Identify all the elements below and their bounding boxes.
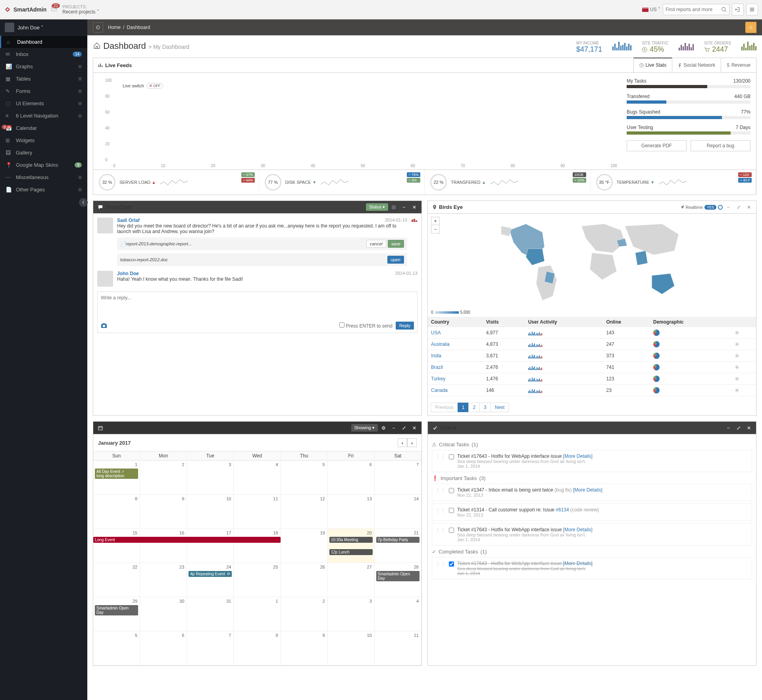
enter-checkbox[interactable] — [339, 322, 344, 328]
logout-button[interactable] — [732, 4, 744, 15]
cal-cell[interactable]: 244p Repeating Event⟳ — [187, 563, 234, 597]
locale-switcher[interactable]: US ˅ — [642, 7, 660, 12]
cal-cell[interactable]: 2010:30a Meeting12p Lunch — [328, 529, 375, 563]
drag-handle[interactable]: ⋮⋮ — [435, 561, 446, 567]
map-close-btn[interactable]: ✕ — [744, 202, 754, 212]
activity-button[interactable]: 21 — [51, 6, 57, 13]
cal-cell[interactable]: 174p Repeating Event⟳ — [187, 529, 234, 563]
cal-cell[interactable]: 8 — [234, 631, 281, 665]
calendar-event[interactable]: Smartadmin Open Day — [376, 571, 419, 581]
cancel-button[interactable]: cancel — [366, 240, 386, 248]
cal-cell[interactable]: 28Smartadmin Open Day — [375, 563, 421, 597]
cal-cell[interactable]: 7 — [375, 461, 421, 495]
sidebar-item-google-map-skins[interactable]: 📍Google Map Skins9 — [0, 159, 87, 171]
sidebar-item-widgets[interactable]: ⊞Widgets — [0, 134, 87, 147]
chat-author[interactable]: John Doe — [117, 271, 418, 276]
cal-cell[interactable]: 7 — [187, 631, 234, 665]
calendar-event[interactable]: Smartadmin Open Day — [95, 605, 138, 615]
sidebar-item-dashboard[interactable]: ⌂Dashboard — [0, 36, 87, 48]
todo-checkbox[interactable] — [449, 561, 454, 567]
chat-color-btn[interactable] — [389, 202, 398, 212]
cal-cell[interactable]: 11 — [234, 495, 281, 529]
calendar-event[interactable]: 7p Birthday Party — [376, 537, 419, 543]
settings-button[interactable] — [745, 22, 756, 33]
cal-cell[interactable]: 4 — [375, 597, 421, 631]
cal-cell[interactable]: 12 — [281, 495, 328, 529]
cal-settings-btn[interactable]: ⚙ — [379, 423, 388, 433]
page-2[interactable]: 2 — [468, 403, 480, 412]
gear-icon[interactable] — [735, 388, 739, 393]
sidebar-item-calendar[interactable]: 3📅Calendar — [0, 122, 87, 134]
tab-livestats[interactable]: Live Stats — [633, 58, 672, 72]
map-min-btn[interactable]: − — [724, 202, 733, 212]
cal-cell[interactable]: 31 — [187, 597, 234, 631]
calendar-event[interactable]: 12p Lunch — [329, 549, 373, 555]
cal-cell[interactable]: 1 — [234, 597, 281, 631]
cal-cell[interactable]: 14 — [375, 495, 421, 529]
cal-cell[interactable]: 10 — [328, 631, 375, 665]
sidebar-item-graphs[interactable]: 📊Graphs⊞ — [0, 60, 87, 73]
drag-handle[interactable]: ⋮⋮ — [435, 453, 446, 459]
chat-status[interactable]: Status ▾ — [366, 203, 388, 211]
breadcrumb-home[interactable]: Home — [108, 25, 121, 30]
todos-full-btn[interactable]: ⤢ — [734, 423, 743, 433]
sidebar-item-forms[interactable]: ✎Forms⊞ — [0, 85, 87, 97]
cal-cell[interactable]: 16 — [140, 529, 187, 563]
cal-cell[interactable]: 30 — [140, 597, 187, 631]
search-input[interactable] — [666, 7, 721, 12]
more-details-link[interactable]: [More Details] — [563, 561, 593, 566]
page-1[interactable]: 1 — [458, 403, 469, 412]
refresh-button[interactable] — [93, 22, 103, 33]
event-long[interactable]: Long Event — [93, 537, 279, 543]
cal-cell[interactable]: 9 — [281, 631, 328, 665]
user-info[interactable]: John Doe ˅ — [0, 19, 87, 36]
cal-close-btn[interactable]: ✕ — [410, 423, 419, 433]
country-link[interactable]: Turkey — [431, 376, 445, 382]
todo-checkbox[interactable] — [449, 528, 454, 533]
live-switch[interactable]: Live switch ✕ OFF — [123, 83, 163, 89]
todos-min-btn[interactable]: − — [724, 423, 733, 433]
chat-close-btn[interactable]: ✕ — [410, 202, 419, 212]
zoom-out[interactable]: − — [431, 225, 439, 233]
cal-cell[interactable]: 10 — [187, 495, 234, 529]
todos-close-btn[interactable]: ✕ — [744, 423, 754, 433]
gear-icon[interactable] — [735, 376, 739, 381]
cal-full-btn[interactable]: ⤢ — [399, 423, 409, 433]
todo-checkbox[interactable] — [449, 454, 454, 459]
sidebar-item-inbox[interactable]: ✉Inbox14 — [0, 48, 87, 60]
todo-link[interactable]: #6134 — [556, 507, 569, 513]
drag-handle[interactable]: ⋮⋮ — [435, 527, 446, 533]
cal-cell[interactable]: 3 — [187, 461, 234, 495]
cal-next[interactable]: › — [407, 438, 417, 447]
cal-min-btn[interactable]: − — [389, 423, 398, 433]
open-button[interactable]: open — [387, 256, 404, 264]
drag-handle[interactable]: ⋮⋮ — [435, 507, 446, 513]
search-icon[interactable] — [721, 7, 727, 12]
reply-input[interactable] — [101, 295, 414, 317]
page-next[interactable]: Next — [491, 403, 509, 412]
chat-author[interactable]: Sadi Orlaf — [117, 218, 407, 223]
cal-cell[interactable]: 27 — [328, 563, 375, 597]
country-link[interactable]: Canada — [431, 388, 448, 393]
cal-prev[interactable]: ‹ — [398, 438, 407, 447]
cal-cell[interactable]: 19 — [281, 529, 328, 563]
cal-cell[interactable]: 3 — [328, 597, 375, 631]
cal-cell[interactable]: 6 — [328, 461, 375, 495]
more-details-link[interactable]: [More Details] — [573, 487, 602, 493]
generate-pdf-button[interactable]: Generate PDF — [627, 140, 687, 151]
camera-icon[interactable] — [101, 323, 107, 328]
sidebar-collapse[interactable] — [79, 198, 88, 207]
brand-logo[interactable]: SmartAdmin — [4, 6, 46, 13]
tab-social[interactable]: Social Network — [672, 58, 721, 72]
todo-checkbox[interactable] — [449, 508, 454, 513]
world-map[interactable]: + − — [428, 214, 756, 317]
sidebar-item-tables[interactable]: ▦Tables⊞ — [0, 73, 87, 85]
gear-icon[interactable] — [735, 330, 739, 335]
cal-cell[interactable]: 26 — [281, 563, 328, 597]
projects-dropdown[interactable]: PROJECTS: Recent projects ˅ — [62, 4, 99, 15]
chat-side-icon[interactable] — [410, 218, 418, 266]
reply-button[interactable]: Reply — [396, 322, 414, 330]
todo-checkbox[interactable] — [449, 488, 454, 493]
cal-cell[interactable]: 13 — [328, 495, 375, 529]
chat-min-btn[interactable]: − — [399, 202, 409, 212]
